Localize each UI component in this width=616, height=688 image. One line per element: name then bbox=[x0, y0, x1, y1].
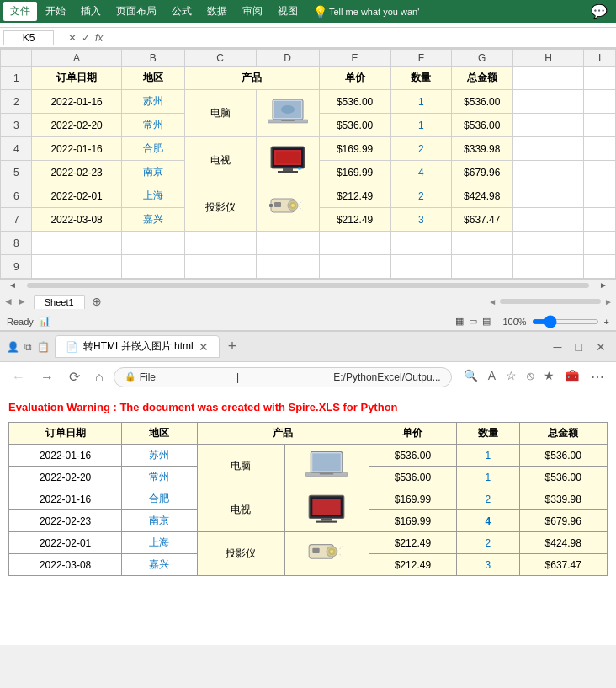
forward-button[interactable]: → bbox=[35, 368, 59, 387]
cell-h6[interactable] bbox=[512, 184, 584, 208]
zoom-in-icon[interactable]: + bbox=[604, 317, 609, 327]
zoom-slider[interactable] bbox=[532, 319, 599, 324]
cell-i6[interactable] bbox=[584, 184, 616, 208]
cell-total-3[interactable]: $536.00 bbox=[452, 114, 512, 137]
cell-h4[interactable] bbox=[512, 137, 584, 161]
view-layout-icon[interactable]: ▭ bbox=[469, 316, 477, 327]
cell-f8[interactable] bbox=[390, 232, 451, 255]
cell-e9[interactable] bbox=[319, 255, 390, 279]
cell-i3[interactable] bbox=[584, 114, 616, 137]
cell-i5[interactable] bbox=[584, 161, 616, 184]
cell-c8[interactable] bbox=[184, 232, 256, 255]
menu-home[interactable]: 开始 bbox=[39, 2, 72, 21]
header-product[interactable]: 产品 bbox=[184, 67, 319, 90]
cell-region-4[interactable]: 合肥 bbox=[121, 137, 184, 161]
collections-icon[interactable]: ⎋ bbox=[523, 367, 537, 387]
menu-insert[interactable]: 插入 bbox=[74, 2, 108, 21]
cell-h9[interactable] bbox=[512, 255, 584, 279]
browser-profile-icon[interactable]: 👤 bbox=[7, 341, 19, 353]
cell-date-3[interactable]: 2022-02-20 bbox=[32, 114, 121, 137]
cell-price-6[interactable]: $212.49 bbox=[319, 184, 390, 208]
menu-formulas[interactable]: 公式 bbox=[165, 2, 199, 21]
status-icon[interactable]: 📊 bbox=[39, 316, 50, 327]
cell-region-3[interactable]: 常州 bbox=[121, 114, 184, 137]
cell-a8[interactable] bbox=[32, 232, 121, 255]
cell-i4[interactable] bbox=[584, 137, 616, 161]
cell-d8[interactable] bbox=[256, 232, 319, 255]
cell-qty-2[interactable]: 1 bbox=[390, 90, 451, 114]
menu-data[interactable]: 数据 bbox=[200, 2, 234, 21]
col-header-b[interactable]: B bbox=[121, 50, 184, 67]
close-button[interactable]: ✕ bbox=[592, 340, 609, 354]
cell-total-6[interactable]: $424.98 bbox=[452, 184, 512, 208]
cell-qty-6[interactable]: 2 bbox=[390, 184, 451, 208]
insert-function-icon[interactable]: fx bbox=[95, 32, 103, 44]
cell-e8[interactable] bbox=[319, 232, 390, 255]
cell-region-7[interactable]: 嘉兴 bbox=[121, 208, 184, 232]
cancel-formula-icon[interactable]: ✕ bbox=[68, 32, 77, 44]
cell-qty-4[interactable]: 2 bbox=[390, 137, 451, 161]
formula-input[interactable] bbox=[106, 31, 613, 45]
cell-date-4[interactable]: 2022-01-16 bbox=[32, 137, 121, 161]
cell-region-2[interactable]: 苏州 bbox=[121, 90, 184, 114]
cell-b9[interactable] bbox=[121, 255, 184, 279]
cell-i1[interactable] bbox=[584, 67, 616, 90]
bookmark-icon[interactable]: ☆ bbox=[502, 367, 520, 387]
cell-d9[interactable] bbox=[256, 255, 319, 279]
restore-button[interactable]: □ bbox=[572, 340, 586, 354]
cell-h5[interactable] bbox=[512, 161, 584, 184]
home-button[interactable]: ⌂ bbox=[90, 368, 109, 387]
confirm-formula-icon[interactable]: ✓ bbox=[82, 32, 90, 44]
tab-close-button[interactable]: ✕ bbox=[199, 340, 209, 354]
header-price[interactable]: 单价 bbox=[319, 67, 390, 90]
sheet-scrollbar[interactable] bbox=[500, 299, 601, 304]
scroll-track-left[interactable]: ◄ bbox=[488, 297, 497, 307]
browser-clipboard-icon[interactable]: 📋 bbox=[37, 341, 50, 353]
browser-active-tab[interactable]: 📄 转HTML并嵌入图片.html ✕ bbox=[55, 335, 220, 358]
cell-date-5[interactable]: 2022-02-23 bbox=[32, 161, 121, 184]
col-header-e[interactable]: E bbox=[319, 50, 390, 67]
address-bar[interactable]: 🔒 File | E:/PythonExcel/Outpu... bbox=[114, 367, 452, 387]
header-total[interactable]: 总金额 bbox=[452, 67, 512, 90]
sheet-add-button[interactable]: ⊕ bbox=[85, 293, 109, 310]
cell-qty-7[interactable]: 3 bbox=[390, 208, 451, 232]
cell-date-7[interactable]: 2022-03-08 bbox=[32, 208, 121, 232]
cell-date-6[interactable]: 2022-02-01 bbox=[32, 184, 121, 208]
browser-tools-icon[interactable]: 🧰 bbox=[561, 367, 582, 387]
cell-h1[interactable] bbox=[512, 67, 584, 90]
cell-region-6[interactable]: 上海 bbox=[121, 184, 184, 208]
cell-h3[interactable] bbox=[512, 114, 584, 137]
sheet-nav-right[interactable]: ► bbox=[17, 296, 27, 307]
scroll-right-icon[interactable]: ► bbox=[591, 280, 616, 290]
cell-h7[interactable] bbox=[512, 208, 584, 232]
cell-g8[interactable] bbox=[452, 232, 512, 255]
header-date[interactable]: 订单日期 bbox=[32, 67, 121, 90]
col-header-h[interactable]: H bbox=[512, 50, 584, 67]
cell-b8[interactable] bbox=[121, 232, 184, 255]
refresh-button[interactable]: ⟳ bbox=[64, 367, 85, 387]
cell-total-4[interactable]: $339.98 bbox=[452, 137, 512, 161]
menu-page-layout[interactable]: 页面布局 bbox=[109, 2, 163, 21]
minimize-button[interactable]: ─ bbox=[550, 340, 566, 354]
cell-i9[interactable] bbox=[584, 255, 616, 279]
col-header-i[interactable]: I bbox=[584, 50, 616, 67]
favorites-icon[interactable]: ★ bbox=[540, 367, 558, 387]
search-zoom-icon[interactable]: 🔍 bbox=[460, 367, 481, 387]
h-scrollbar[interactable] bbox=[27, 283, 589, 288]
col-header-c[interactable]: C bbox=[184, 50, 256, 67]
reader-mode-icon[interactable]: A bbox=[485, 367, 499, 387]
cell-date-2[interactable]: 2022-01-16 bbox=[32, 90, 121, 114]
cell-product-tv[interactable]: 电视 bbox=[184, 137, 256, 184]
view-normal-icon[interactable]: ▦ bbox=[455, 316, 464, 327]
cell-g9[interactable] bbox=[452, 255, 512, 279]
cell-price-4[interactable]: $169.99 bbox=[319, 137, 390, 161]
more-options-button[interactable]: ⋯ bbox=[586, 367, 609, 387]
sheet-tab-1[interactable]: Sheet1 bbox=[34, 295, 85, 309]
cell-f9[interactable] bbox=[390, 255, 451, 279]
cell-i2[interactable] bbox=[584, 90, 616, 114]
cell-product-computer[interactable]: 电脑 bbox=[184, 90, 256, 137]
col-header-d[interactable]: D bbox=[256, 50, 319, 67]
cell-i7[interactable] bbox=[584, 208, 616, 232]
new-tab-button[interactable]: + bbox=[225, 338, 241, 355]
cell-qty-5[interactable]: 4 bbox=[390, 161, 451, 184]
